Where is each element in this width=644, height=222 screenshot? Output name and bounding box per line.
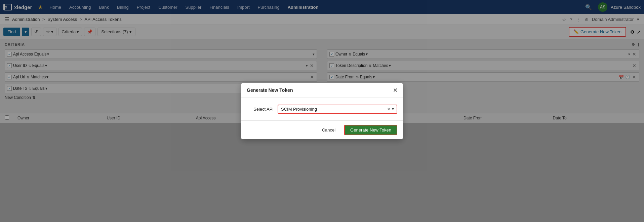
select-api-label: Select API xyxy=(247,107,274,112)
modal-header: Generate New Token ✕ xyxy=(241,83,403,98)
modal-body: Select API SCIM Provisioning ✕ ▾ xyxy=(241,98,403,120)
modal-footer: Cancel Generate New Token xyxy=(241,120,403,123)
api-select-dropdown-icon[interactable]: ▾ xyxy=(392,107,394,111)
modal-close-icon[interactable]: ✕ xyxy=(393,87,397,94)
generate-token-modal: Generate New Token ✕ Select API SCIM Pro… xyxy=(241,83,403,123)
modal-field-row: Select API SCIM Provisioning ✕ ▾ xyxy=(247,105,397,114)
api-select-clear-icon[interactable]: ✕ xyxy=(387,107,391,112)
api-select-value: SCIM Provisioning xyxy=(281,107,387,112)
api-select-wrapper[interactable]: SCIM Provisioning ✕ ▾ xyxy=(278,105,397,114)
modal-title: Generate New Token xyxy=(247,87,293,93)
modal-overlay[interactable]: Generate New Token ✕ Select API SCIM Pro… xyxy=(0,0,644,123)
